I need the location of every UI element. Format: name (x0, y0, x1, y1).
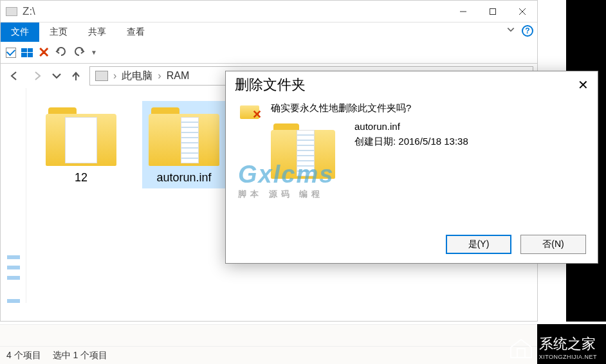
footer-bg-light: 4 个项目 选中 1 个项目 (0, 324, 537, 364)
yes-button[interactable]: 是(Y) (446, 235, 511, 254)
confirm-message: 确实要永久性地删除此文件夹吗? (271, 102, 583, 114)
tab-home[interactable]: 主页 (39, 23, 78, 42)
checkbox-icon[interactable] (6, 48, 16, 58)
sidebar (1, 88, 26, 303)
folder-item[interactable]: 12 (39, 101, 123, 188)
window-title: Z:\ (23, 5, 448, 18)
folder-label: autorun.inf (156, 171, 211, 185)
ribbon-collapse-icon[interactable] (506, 25, 515, 37)
tab-view[interactable]: 查看 (116, 23, 155, 42)
breadcrumb-pc[interactable]: 此电脑 (122, 69, 152, 83)
drive-icon (6, 7, 17, 16)
redo-icon[interactable] (73, 46, 86, 59)
dialog-titlebar: 删除文件夹 ✕ (226, 71, 598, 98)
dialog-body: ✕ 确实要永久性地删除此文件夹吗? autorun.inf 创建日期: 2016… (226, 98, 598, 189)
folder-icon (46, 105, 116, 166)
file-created: 创建日期: 2016/5/18 13:38 (354, 136, 468, 148)
ribbon-tabs: 文件 主页 共享 查看 ? (1, 23, 537, 42)
warning-folder-icon: ✕ (240, 102, 259, 119)
back-button[interactable] (5, 66, 24, 86)
no-button[interactable]: 否(N) (520, 235, 586, 254)
sidebar-item[interactable] (7, 276, 20, 280)
minimize-button[interactable] (448, 1, 478, 22)
status-count: 4 个项目 (6, 350, 41, 361)
chevron-right-icon: › (158, 70, 161, 82)
status-selected: 选中 1 个项目 (53, 350, 108, 361)
qat-dropdown-icon[interactable]: ▼ (91, 49, 97, 56)
help-icon[interactable]: ? (522, 25, 533, 37)
forward-button[interactable] (28, 66, 47, 86)
status-bar: 4 个项目 选中 1 个项目 (0, 346, 537, 364)
dialog-close-button[interactable]: ✕ (578, 77, 589, 93)
sidebar-item[interactable] (7, 266, 20, 269)
drive-icon (95, 71, 108, 81)
history-dropdown-icon[interactable] (51, 66, 62, 86)
folder-label: 12 (75, 171, 87, 185)
tiles-icon[interactable] (21, 48, 33, 57)
file-name: autorun.inf (354, 121, 468, 132)
up-button[interactable] (66, 66, 86, 86)
breadcrumb-drive[interactable]: RAM (167, 70, 190, 82)
close-button[interactable] (508, 1, 537, 22)
logo-icon (508, 334, 534, 360)
delete-dialog: 删除文件夹 ✕ ✕ 确实要永久性地删除此文件夹吗? autorun.inf (225, 71, 598, 264)
svg-rect-5 (517, 349, 525, 358)
window-controls (448, 1, 537, 22)
delete-icon[interactable]: ✕ (38, 44, 50, 61)
dialog-buttons: 是(Y) 否(N) (446, 235, 586, 254)
chevron-right-icon: › (113, 70, 116, 82)
folder-item[interactable]: autorun.inf (142, 101, 226, 188)
svg-rect-1 (490, 8, 496, 14)
footer-watermark: 系统之家 XITONGZHIJIA.NET (499, 331, 606, 364)
quick-access-toolbar: ✕ ▼ (1, 42, 537, 64)
undo-icon[interactable] (55, 46, 68, 59)
dialog-title: 删除文件夹 (235, 75, 578, 95)
tab-share[interactable]: 共享 (78, 23, 116, 42)
titlebar: Z:\ (1, 1, 537, 23)
tab-file[interactable]: 文件 (1, 23, 39, 42)
sidebar-item[interactable] (7, 299, 20, 303)
folder-icon (149, 105, 219, 166)
sidebar-item[interactable] (7, 255, 20, 259)
maximize-button[interactable] (478, 1, 508, 22)
folder-icon (271, 121, 342, 185)
